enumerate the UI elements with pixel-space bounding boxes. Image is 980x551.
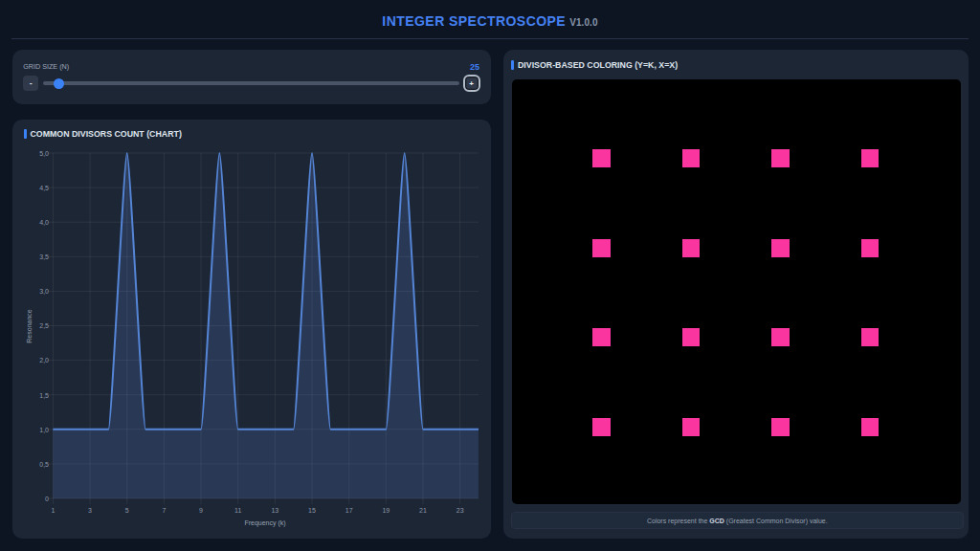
- svg-text:1: 1: [51, 507, 55, 514]
- svg-text:1,5: 1,5: [39, 392, 49, 399]
- svg-text:17: 17: [345, 507, 353, 514]
- svg-text:19: 19: [382, 507, 390, 514]
- svg-text:13: 13: [271, 507, 278, 514]
- svg-text:11: 11: [234, 507, 241, 514]
- svg-text:3: 3: [88, 507, 92, 514]
- svg-text:7: 7: [162, 507, 166, 514]
- svg-text:1,0: 1,0: [39, 427, 49, 433]
- svg-text:5: 5: [125, 507, 129, 514]
- svg-text:15: 15: [308, 507, 316, 514]
- svg-text:4,0: 4,0: [39, 219, 49, 226]
- svg-text:4,5: 4,5: [39, 185, 49, 191]
- svg-text:2,0: 2,0: [39, 357, 49, 364]
- svg-text:5,0: 5,0: [39, 150, 49, 157]
- svg-text:2,5: 2,5: [39, 322, 49, 329]
- svg-text:Resonance: Resonance: [26, 309, 33, 343]
- svg-text:0: 0: [45, 496, 49, 502]
- svg-text:9: 9: [199, 507, 203, 514]
- svg-text:23: 23: [457, 507, 464, 514]
- svg-text:Frequency (k): Frequency (k): [244, 519, 285, 527]
- svg-text:0,5: 0,5: [39, 461, 49, 468]
- svg-text:3,5: 3,5: [39, 253, 49, 260]
- svg-text:3,0: 3,0: [39, 288, 49, 295]
- svg-text:21: 21: [419, 507, 427, 514]
